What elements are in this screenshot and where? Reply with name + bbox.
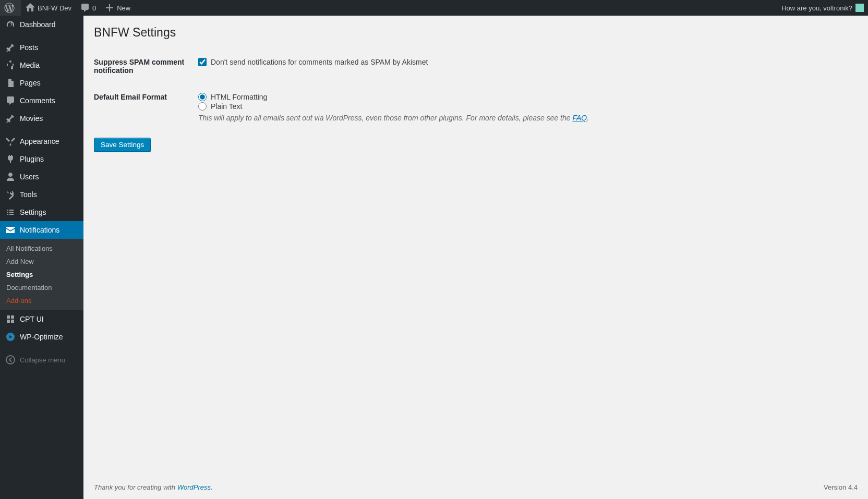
sidebar-item-tools[interactable]: Tools bbox=[0, 186, 83, 203]
site-name-label: BNFW Dev bbox=[38, 4, 71, 12]
sidebar-item-label: Media bbox=[20, 61, 40, 69]
dashboard-icon bbox=[5, 19, 16, 30]
page-icon bbox=[5, 78, 16, 88]
sidebar-item-label: CPT UI bbox=[20, 315, 44, 323]
radio-html-option[interactable]: HTML Formatting bbox=[198, 93, 852, 101]
radio-plain-option[interactable]: Plain Text bbox=[198, 102, 852, 111]
sidebar-item-media[interactable]: Media bbox=[0, 56, 83, 74]
sidebar-item-label: Comments bbox=[20, 96, 55, 105]
home-icon bbox=[25, 3, 35, 13]
submenu-all-notifications[interactable]: All Notifications bbox=[0, 242, 83, 255]
sidebar-item-label: Users bbox=[20, 173, 39, 181]
suppress-spam-label: Don't send notifications for comments ma… bbox=[211, 58, 428, 66]
main-content: BNFW Settings Suppress SPAM comment noti… bbox=[83, 16, 868, 499]
appearance-icon bbox=[5, 136, 16, 147]
submenu-settings[interactable]: Settings bbox=[0, 268, 83, 281]
sidebar-item-settings[interactable]: Settings bbox=[0, 203, 83, 221]
pin-icon bbox=[5, 42, 16, 53]
sidebar-item-comments[interactable]: Comments bbox=[0, 92, 83, 109]
wordpress-icon bbox=[4, 3, 15, 13]
email-format-note: This will apply to all emails sent out v… bbox=[198, 114, 852, 122]
row-label-email-format: Default Email Format bbox=[94, 85, 198, 132]
sidebar-item-notifications[interactable]: Notifications bbox=[0, 221, 83, 239]
comment-icon bbox=[5, 95, 16, 106]
sidebar-item-label: Pages bbox=[20, 79, 41, 87]
account-link[interactable]: How are you, voltronik? bbox=[777, 0, 868, 16]
wordpress-link[interactable]: WordPress bbox=[177, 483, 211, 491]
sidebar-item-users[interactable]: Users bbox=[0, 168, 83, 186]
mail-icon bbox=[5, 225, 16, 235]
sidebar-item-label: Movies bbox=[20, 114, 43, 123]
sidebar-item-label: Plugins bbox=[20, 155, 44, 163]
svg-point-1 bbox=[6, 356, 15, 364]
sidebar-item-appearance[interactable]: Appearance bbox=[0, 132, 83, 150]
sidebar-item-posts[interactable]: Posts bbox=[0, 39, 83, 56]
footer: Thank you for creating with WordPress. V… bbox=[83, 476, 868, 499]
submenu-documentation[interactable]: Documentation bbox=[0, 281, 83, 294]
admin-bar: BNFW Dev 0 New How are you, voltronik? bbox=[0, 0, 868, 16]
sidebar-item-label: Dashboard bbox=[20, 20, 56, 29]
radio-html-label: HTML Formatting bbox=[211, 93, 267, 101]
sidebar-item-label: Tools bbox=[20, 190, 37, 199]
sidebar-item-label: Settings bbox=[20, 208, 46, 216]
new-content-link[interactable]: New bbox=[100, 0, 135, 16]
suppress-spam-option[interactable]: Don't send notifications for comments ma… bbox=[198, 58, 852, 66]
comment-icon bbox=[80, 3, 90, 13]
plus-icon bbox=[104, 3, 115, 13]
radio-plain[interactable] bbox=[198, 102, 207, 111]
site-name-link[interactable]: BNFW Dev bbox=[21, 0, 76, 16]
submenu-addons[interactable]: Add-ons bbox=[0, 294, 83, 307]
settings-form: Suppress SPAM comment notification Don't… bbox=[94, 50, 858, 132]
sidebar-item-label: Notifications bbox=[20, 226, 59, 234]
plugin-icon bbox=[5, 154, 16, 164]
collapse-label: Collapse menu bbox=[20, 356, 65, 364]
sidebar-item-wpoptimize[interactable]: WP-Optimize bbox=[0, 328, 83, 346]
admin-menu: Dashboard Posts Media Pages Comments Mov… bbox=[0, 16, 83, 499]
collapse-icon bbox=[5, 355, 16, 365]
sidebar-item-movies[interactable]: Movies bbox=[0, 109, 83, 127]
radio-plain-label: Plain Text bbox=[211, 102, 242, 111]
save-button[interactable]: Save Settings bbox=[94, 138, 151, 152]
tools-icon bbox=[5, 189, 16, 200]
pin-icon bbox=[5, 113, 16, 124]
comments-link[interactable]: 0 bbox=[76, 0, 100, 16]
faq-link[interactable]: FAQ bbox=[572, 114, 587, 122]
sidebar-item-label: WP-Optimize bbox=[20, 333, 63, 341]
sidebar-item-label: Posts bbox=[20, 43, 38, 52]
submenu-add-new[interactable]: Add New bbox=[0, 255, 83, 268]
row-label-suppress-spam: Suppress SPAM comment notification bbox=[94, 50, 198, 85]
cptui-icon bbox=[5, 314, 16, 324]
greeting-label: How are you, voltronik? bbox=[781, 4, 852, 12]
wpoptimize-icon bbox=[5, 332, 16, 342]
page-title: BNFW Settings bbox=[94, 21, 858, 50]
notifications-submenu: All Notifications Add New Settings Docum… bbox=[0, 239, 83, 310]
sidebar-item-plugins[interactable]: Plugins bbox=[0, 150, 83, 168]
settings-icon bbox=[5, 207, 16, 217]
version-label: Version 4.4 bbox=[824, 483, 858, 491]
user-icon bbox=[5, 172, 16, 182]
comment-count: 0 bbox=[92, 4, 96, 12]
collapse-menu[interactable]: Collapse menu bbox=[0, 351, 83, 369]
avatar bbox=[855, 4, 864, 12]
suppress-spam-checkbox[interactable] bbox=[198, 58, 207, 66]
media-icon bbox=[5, 60, 16, 70]
new-label: New bbox=[117, 4, 130, 12]
footer-thanks: Thank you for creating with WordPress. bbox=[94, 483, 213, 491]
sidebar-item-dashboard[interactable]: Dashboard bbox=[0, 16, 83, 33]
radio-html[interactable] bbox=[198, 93, 207, 101]
sidebar-item-label: Appearance bbox=[20, 137, 59, 145]
wp-logo[interactable] bbox=[0, 0, 21, 16]
sidebar-item-pages[interactable]: Pages bbox=[0, 74, 83, 92]
sidebar-item-cptui[interactable]: CPT UI bbox=[0, 310, 83, 328]
